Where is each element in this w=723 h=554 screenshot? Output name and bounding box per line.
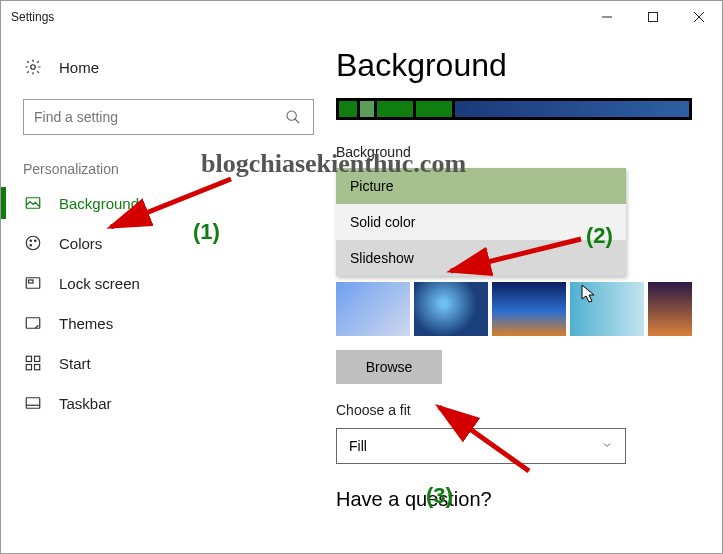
svg-line-22 bbox=[451, 239, 581, 271]
home-button[interactable]: Home bbox=[1, 47, 336, 87]
svg-rect-15 bbox=[26, 356, 31, 361]
sidebar-item-label: Start bbox=[59, 355, 91, 372]
sidebar-item-label: Themes bbox=[59, 315, 113, 332]
picture-icon bbox=[23, 193, 43, 213]
svg-rect-16 bbox=[35, 356, 40, 361]
themes-icon bbox=[23, 313, 43, 333]
window-title: Settings bbox=[11, 10, 54, 24]
thumbnail[interactable] bbox=[492, 282, 566, 336]
search-input[interactable] bbox=[34, 109, 283, 125]
sidebar-item-label: Lock screen bbox=[59, 275, 140, 292]
search-box[interactable] bbox=[23, 99, 314, 135]
sidebar-item-taskbar[interactable]: Taskbar bbox=[1, 383, 336, 423]
sidebar-item-start[interactable]: Start bbox=[1, 343, 336, 383]
annotation-arrow-1 bbox=[101, 171, 241, 241]
svg-point-11 bbox=[30, 245, 32, 247]
thumbnail[interactable] bbox=[336, 282, 410, 336]
svg-rect-13 bbox=[29, 280, 34, 283]
svg-point-9 bbox=[30, 240, 32, 242]
watermark-text: blogchiasekienthuc.com bbox=[201, 149, 466, 179]
minimize-button[interactable] bbox=[584, 1, 630, 33]
search-icon bbox=[283, 107, 303, 127]
picture-thumbnails bbox=[336, 282, 692, 336]
browse-button[interactable]: Browse bbox=[336, 350, 442, 384]
titlebar: Settings bbox=[1, 1, 722, 33]
svg-rect-19 bbox=[26, 398, 40, 409]
svg-rect-1 bbox=[649, 13, 658, 22]
close-button[interactable] bbox=[676, 1, 722, 33]
annotation-arrow-3 bbox=[429, 401, 539, 481]
svg-point-8 bbox=[26, 236, 40, 250]
help-heading: Have a question? bbox=[336, 488, 692, 511]
preview-swatch bbox=[360, 101, 374, 117]
preview-swatch bbox=[377, 101, 413, 117]
annotation-arrow-2 bbox=[441, 231, 591, 281]
mouse-cursor bbox=[581, 284, 597, 304]
svg-rect-18 bbox=[35, 365, 40, 370]
gear-icon bbox=[23, 57, 43, 77]
annotation-marker-3: (3) bbox=[426, 483, 453, 509]
sidebar-item-lockscreen[interactable]: Lock screen bbox=[1, 263, 336, 303]
chevron-down-icon bbox=[601, 438, 613, 454]
taskbar-icon bbox=[23, 393, 43, 413]
annotation-marker-2: (2) bbox=[586, 223, 613, 249]
window-controls bbox=[584, 1, 722, 33]
preview-swatch bbox=[339, 101, 357, 117]
svg-point-4 bbox=[31, 65, 36, 70]
maximize-button[interactable] bbox=[630, 1, 676, 33]
sidebar: Home Personalization Background Colors L… bbox=[1, 33, 336, 553]
lockscreen-icon bbox=[23, 273, 43, 293]
sidebar-item-themes[interactable]: Themes bbox=[1, 303, 336, 343]
palette-icon bbox=[23, 233, 43, 253]
start-icon bbox=[23, 353, 43, 373]
sidebar-item-label: Colors bbox=[59, 235, 102, 252]
thumbnail[interactable] bbox=[414, 282, 488, 336]
svg-point-10 bbox=[35, 240, 37, 242]
preview-monitor bbox=[336, 98, 692, 120]
page-title: Background bbox=[336, 47, 692, 84]
preview-swatch bbox=[416, 101, 452, 117]
svg-line-23 bbox=[439, 407, 529, 471]
sidebar-item-label: Taskbar bbox=[59, 395, 112, 412]
svg-point-5 bbox=[287, 111, 296, 120]
svg-rect-14 bbox=[26, 318, 40, 329]
svg-line-6 bbox=[295, 119, 299, 123]
annotation-marker-1: (1) bbox=[193, 219, 220, 245]
fit-value: Fill bbox=[349, 438, 367, 454]
preview-swatch bbox=[455, 101, 689, 117]
svg-rect-17 bbox=[26, 365, 31, 370]
thumbnail[interactable] bbox=[648, 282, 692, 336]
home-label: Home bbox=[59, 59, 99, 76]
